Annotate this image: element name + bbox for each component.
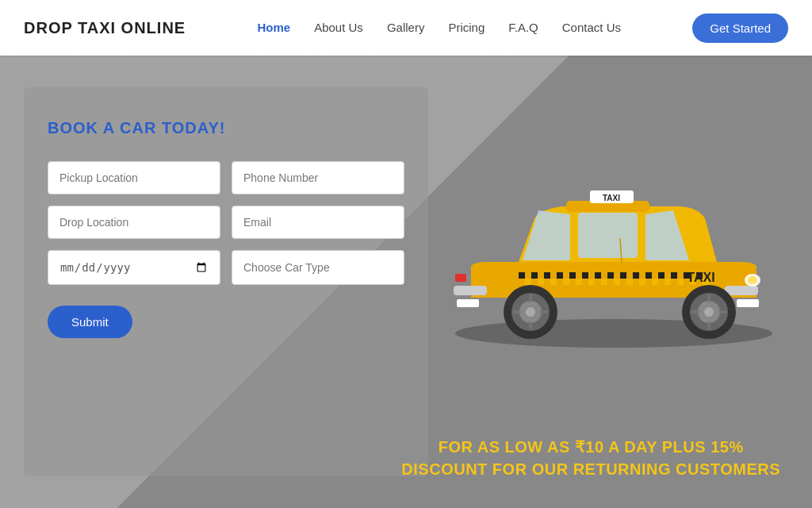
nav-link-pricing[interactable]: Pricing (448, 21, 485, 34)
svg-rect-14 (544, 272, 550, 279)
nav-link-about[interactable]: About Us (314, 21, 363, 34)
svg-rect-19 (607, 272, 614, 279)
svg-rect-22 (645, 272, 652, 279)
nav-link-contact[interactable]: Contact Us (562, 21, 621, 34)
svg-rect-31 (576, 279, 582, 285)
nav-item-contact[interactable]: Contact Us (562, 21, 621, 35)
svg-text:TAXI: TAXI (603, 194, 620, 202)
svg-rect-10 (737, 299, 759, 307)
booking-form-panel: BOOK A CAR TODAY! Submit (24, 87, 428, 476)
svg-rect-39 (677, 279, 684, 285)
svg-text:TAXI: TAXI (687, 271, 714, 284)
nav-item-about[interactable]: About Us (314, 21, 363, 35)
promo-text-block: FOR AS LOW AS ₹10 A DAY PLUS 15% DISCOUN… (401, 436, 780, 480)
nav-item-gallery[interactable]: Gallery (387, 21, 425, 35)
svg-rect-9 (455, 274, 466, 282)
svg-rect-11 (457, 299, 479, 307)
taxi-car-svg: TAXI (408, 103, 804, 365)
svg-rect-33 (601, 279, 607, 285)
svg-point-8 (748, 276, 757, 284)
svg-rect-36 (639, 279, 645, 285)
svg-rect-27 (525, 279, 531, 285)
svg-rect-34 (614, 279, 620, 285)
drop-location-input[interactable] (48, 206, 220, 239)
hero-section: BOOK A CAR TODAY! Submit (0, 56, 812, 508)
svg-rect-17 (582, 272, 588, 279)
svg-rect-29 (550, 279, 557, 285)
nav-item-pricing[interactable]: Pricing (448, 21, 485, 35)
form-grid (48, 161, 404, 285)
svg-rect-5 (725, 286, 758, 295)
svg-rect-12 (519, 272, 525, 279)
promo-line1: FOR AS LOW AS ₹10 A DAY PLUS 15% (401, 436, 780, 458)
email-input[interactable] (232, 206, 404, 239)
nav-link-home[interactable]: Home (257, 21, 290, 34)
submit-button[interactable]: Submit (48, 306, 132, 338)
svg-rect-18 (595, 272, 601, 279)
svg-rect-16 (569, 272, 576, 279)
svg-point-54 (526, 307, 535, 317)
svg-rect-32 (588, 279, 595, 285)
svg-rect-24 (671, 272, 677, 279)
navbar: DROP TAXI ONLINE Home About Us Gallery P… (0, 0, 812, 56)
nav-link-gallery[interactable]: Gallery (387, 21, 425, 34)
car-image: TAXI (408, 103, 804, 365)
form-title: BOOK A CAR TODAY! (48, 119, 404, 137)
svg-point-46 (704, 307, 714, 317)
svg-rect-21 (633, 272, 639, 279)
svg-rect-30 (563, 279, 569, 285)
site-logo: DROP TAXI ONLINE (24, 19, 186, 37)
car-type-input[interactable] (232, 250, 404, 285)
svg-rect-1 (578, 213, 638, 258)
promo-line2: DISCOUNT FOR OUR RETURNING CUSTOMERS (401, 458, 780, 480)
svg-rect-28 (538, 279, 544, 285)
date-input[interactable] (48, 250, 220, 285)
nav-links: Home About Us Gallery Pricing F.A.Q Cont… (257, 21, 620, 35)
svg-rect-6 (454, 286, 487, 295)
svg-rect-38 (665, 279, 671, 285)
phone-number-input[interactable] (232, 161, 404, 194)
get-started-button[interactable]: Get Started (692, 13, 788, 43)
svg-rect-37 (652, 279, 658, 285)
svg-rect-13 (531, 272, 538, 279)
pickup-location-input[interactable] (48, 161, 220, 194)
svg-rect-23 (658, 272, 665, 279)
nav-link-faq[interactable]: F.A.Q (508, 21, 538, 34)
svg-rect-20 (620, 272, 626, 279)
svg-rect-15 (557, 272, 563, 279)
nav-item-home[interactable]: Home (257, 21, 290, 35)
nav-item-faq[interactable]: F.A.Q (508, 21, 538, 35)
svg-rect-35 (626, 279, 633, 285)
